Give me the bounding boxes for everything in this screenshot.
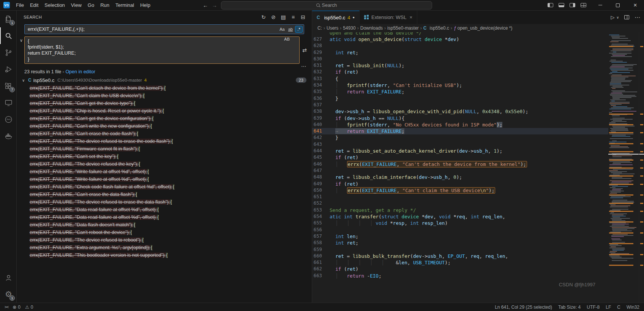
search-result-row[interactable]: errx(EXIT_FAILURE, "Can't get the device… [17,99,312,107]
code-line[interactable]: 657 int len; [312,233,608,240]
menu-help[interactable]: Help [137,0,153,11]
activity-run-debug[interactable] [0,61,16,77]
search-result-row[interactable]: errx(EXIT_FAILURE, "Can't get the device… [17,115,312,122]
dirty-indicator-icon[interactable]: ● [353,16,355,19]
search-result-row[interactable]: errx(EXIT_FAILURE, "Can't detach the dev… [17,84,312,92]
errors-item[interactable]: ⊗0 [13,305,21,310]
code-line[interactable]: 654atic int transfer(struct device *dev,… [312,213,608,220]
code-line[interactable]: 642 } [312,134,608,141]
toggle-search-details-icon[interactable]: ⋯ [301,63,306,69]
run-dropdown-icon[interactable]: ∨ [616,16,619,19]
search-result-row[interactable]: errx(EXIT_FAILURE, "The device refused t… [17,160,312,168]
search-result-row[interactable]: errx(EXIT_FAILURE, "Extra argument: %s",… [17,244,312,251]
code-line[interactable]: 650 │ errx(EXIT_FAILURE, "Can't claim th… [312,187,608,194]
search-result-row[interactable]: errx(EXIT_FAILURE, "Data flash doesn't m… [17,221,312,229]
search-result-row[interactable]: errx(EXIT_FAILURE, "Check code flash fai… [17,183,312,191]
search-input[interactable] [24,24,304,34]
code-line[interactable]: 644 ret = libusb_set_auto_detach_kernel_… [312,148,608,154]
search-result-row[interactable]: errx(EXIT_FAILURE, "Data read failure at… [17,206,312,213]
cursor-position[interactable]: Ln 641, Col 29 (25 selected) [495,305,552,310]
search-result-row[interactable]: errx(EXIT_FAILURE, "Data read failure at… [17,213,312,221]
search-result-row[interactable]: errx(EXIT_FAILURE, "Write failure at off… [17,175,312,183]
tab-extension-wsl[interactable]: Extension: WSL × [360,11,417,24]
collapse-all-icon[interactable]: ⊟ [299,13,307,21]
activity-explorer[interactable]: 1 [0,11,16,27]
menu-selection[interactable]: Selection [41,0,68,11]
breadcrumb-item[interactable]: Cisp55e0.c [423,25,449,31]
open-in-editor-link[interactable]: Open in editor [65,69,95,74]
breadcrumb-item[interactable]: 54930 [343,25,355,31]
code-line[interactable]: 628 [312,43,608,49]
code-line[interactable]: 649 if (ret) [312,181,608,187]
code-line[interactable]: 638 dev->usb_h = libusb_open_device_with… [312,108,608,115]
command-center-search[interactable]: Search [221,1,432,9]
toggle-secondary-sidebar-icon[interactable] [570,3,575,7]
code-line[interactable]: 634 │ fprintf(stderr, "Can't initialize … [312,82,608,88]
code-line[interactable]: 663 │ return -EIO; [312,273,608,279]
activity-settings[interactable]: ⚙ 1 [0,286,16,303]
split-editor-icon[interactable] [624,15,629,19]
search-result-row[interactable]: errx(EXIT_FAILURE, "The device refused t… [17,198,312,206]
activity-remote-explorer[interactable] [0,94,16,111]
code-line[interactable]: 660 ret = libusb_bulk_transfer(dev->usb_… [312,253,608,259]
code-line[interactable]: 653Send a request, get a reply */ [312,207,608,213]
code-line[interactable]: 652 [312,200,608,207]
search-result-row[interactable]: errx(EXIT_FAILURE, "Can't reboot the dev… [17,229,312,236]
code-line[interactable]: 631 ret = libusb_init(NULL); [312,62,608,69]
search-result-row[interactable]: errx(EXIT_FAILURE, "Can't set the key");… [17,153,312,160]
replace-all-icon[interactable]: ⇄ [300,36,309,64]
code-line[interactable]: 648 ret = libusb_claim_interface(dev->us… [312,174,608,180]
platform[interactable]: Win32 [627,305,639,310]
activity-extensions[interactable]: 7 [0,77,16,94]
whole-word-toggle[interactable]: ab [287,26,294,33]
code-line[interactable]: 639 if (dev->usb_h == NULL){ [312,115,608,122]
menu-edit[interactable]: Edit [27,0,41,11]
code-line[interactable]: 646 │ errx(EXIT_FAILURE, "Can't detach t… [312,161,608,167]
toggle-panel-icon[interactable] [559,3,564,7]
breadcrumb-item[interactable]: ƒopen_usb_device(device *) [454,25,512,31]
replace-input[interactable]: { fprintf(stderr, $1); return EXIT_FAILU… [24,36,300,64]
code-line[interactable]: 629 int ret; [312,49,608,56]
menu-run[interactable]: Run [97,0,112,11]
breadcrumb-item[interactable]: Downloads [360,25,383,31]
search-result-row[interactable]: errx(EXIT_FAILURE, "Chip is hosed. Reset… [17,107,312,115]
breadcrumb-item[interactable]: isp55e0-master [387,25,419,31]
code-line[interactable]: 635 │ return EXIT_FAILURE; [312,88,608,95]
activity-accounts[interactable] [0,269,16,286]
code-line[interactable]: 651 [312,194,608,200]
remote-indicator[interactable]: >< [5,305,8,309]
menu-view[interactable]: View [68,0,85,11]
search-result-row[interactable]: errx(EXIT_FAILURE, "Can't write the new … [17,122,312,130]
clear-search-results-icon[interactable]: ⊘ [269,13,278,21]
close-tab-icon[interactable]: × [410,14,413,20]
close-button[interactable]: × [627,0,644,11]
toggle-primary-sidebar-icon[interactable] [548,3,553,7]
open-new-search-editor-icon[interactable]: ▤ [279,13,287,21]
maximize-button[interactable] [609,0,627,11]
code-line[interactable]: 647 [312,167,608,174]
search-result-row[interactable]: errx(EXIT_FAILURE, "Can't claim the USB … [17,92,312,99]
search-result-row[interactable]: errx(EXIT_FAILURE, "Can't erase the code… [17,130,312,137]
encoding[interactable]: UTF-8 [587,305,600,310]
code-editor[interactable]: Open and claim the USB device */627atic … [312,32,608,303]
more-actions-icon[interactable]: ⋯ [635,14,640,21]
toggle-replace-icon[interactable]: ∨ [18,36,24,64]
code-line[interactable]: Open and claim the USB device */ [312,32,608,36]
regex-toggle[interactable]: .* [295,26,303,33]
back-icon[interactable]: ← [203,2,208,8]
run-file-icon[interactable]: ▷ [611,14,614,20]
search-result-row[interactable]: errx(EXIT_FAILURE, "The device refused t… [17,236,312,244]
preserve-case-toggle[interactable]: AB [284,37,290,41]
code-line[interactable]: 656 [312,227,608,233]
code-line[interactable]: 630 [312,56,608,62]
menu-file[interactable]: File [13,0,27,11]
code-line[interactable]: 662 if (ret) [312,266,608,272]
search-result-row[interactable]: errx(EXIT_FAILURE, "Write failure at off… [17,168,312,175]
minimize-button[interactable] [592,0,609,11]
code-line[interactable]: 643 [312,141,608,148]
activity-search[interactable] [0,27,16,44]
code-line[interactable]: 658 int ret; [312,240,608,246]
code-line[interactable]: 637 [312,102,608,108]
code-line[interactable]: 641 → return EXIT_FAILURE; [312,128,608,134]
code-line[interactable]: 640 │ fprintf(stderr, "No CH5xx devices … [312,122,608,128]
